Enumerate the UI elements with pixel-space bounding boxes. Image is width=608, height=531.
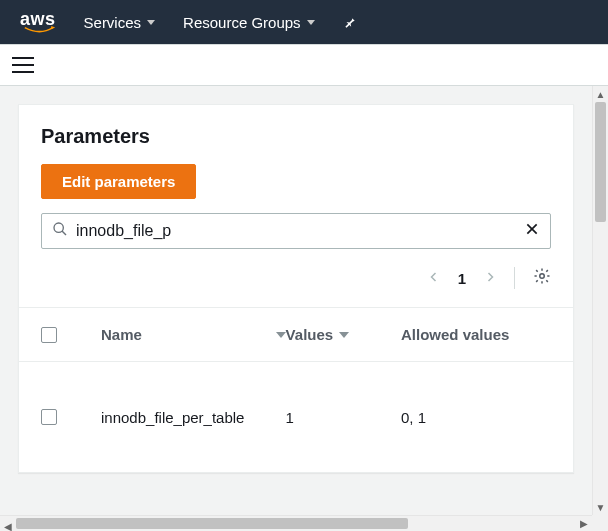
select-all-checkbox[interactable]	[41, 327, 57, 343]
aws-smile-icon	[22, 26, 58, 34]
edit-parameters-button[interactable]: Edit parameters	[41, 164, 196, 199]
settings-gear-icon[interactable]	[533, 267, 551, 289]
resource-groups-menu[interactable]: Resource Groups	[183, 14, 315, 31]
sort-caret-icon	[339, 332, 349, 338]
scroll-down-arrow-icon[interactable]: ▼	[593, 499, 608, 515]
scroll-right-arrow-icon[interactable]: ▶	[576, 516, 592, 531]
svg-line-1	[62, 231, 66, 235]
horizontal-scrollbar[interactable]: ◀ ▶	[0, 515, 592, 531]
main-content: Parameters Edit parameters 1	[0, 86, 592, 515]
horizontal-scroll-thumb[interactable]	[16, 518, 408, 529]
top-nav: aws Services Resource Groups	[0, 0, 608, 44]
secondary-bar	[0, 44, 608, 86]
clear-search-icon[interactable]	[524, 221, 540, 242]
cell-name: innodb_file_per_table	[101, 409, 286, 426]
panel-title: Parameters	[41, 125, 551, 148]
vertical-scroll-thumb[interactable]	[595, 102, 606, 222]
column-header-values-label: Values	[286, 326, 334, 343]
column-header-name[interactable]: Name	[101, 326, 286, 343]
parameters-table: Name Values Allowed values innodb_file_p…	[19, 307, 573, 472]
table-header-row: Name Values Allowed values	[19, 308, 573, 362]
table-row: innodb_file_per_table 1 0, 1	[19, 362, 573, 472]
vertical-scrollbar[interactable]: ▲ ▼	[592, 86, 608, 515]
scrollbar-corner	[592, 515, 608, 531]
sort-caret-icon	[276, 332, 286, 338]
parameters-panel: Parameters Edit parameters 1	[18, 104, 574, 473]
aws-logo[interactable]: aws	[20, 9, 56, 36]
pagination: 1	[41, 267, 551, 289]
cell-allowed: 0, 1	[401, 409, 551, 426]
next-page-button[interactable]	[484, 268, 496, 289]
column-header-values[interactable]: Values	[286, 326, 401, 343]
column-header-name-label: Name	[101, 326, 142, 343]
search-input[interactable]	[76, 222, 524, 240]
services-menu[interactable]: Services	[84, 14, 156, 31]
search-icon	[52, 221, 68, 241]
page-number: 1	[458, 270, 466, 287]
hamburger-menu-icon[interactable]	[12, 57, 34, 73]
column-header-allowed[interactable]: Allowed values	[401, 326, 551, 343]
prev-page-button[interactable]	[428, 268, 440, 289]
scroll-left-arrow-icon[interactable]: ◀	[0, 519, 16, 531]
services-label: Services	[84, 14, 142, 31]
scroll-up-arrow-icon[interactable]: ▲	[593, 86, 608, 102]
svg-point-0	[54, 223, 63, 232]
svg-point-4	[540, 274, 545, 279]
row-checkbox[interactable]	[41, 409, 57, 425]
cell-value: 1	[286, 409, 401, 426]
resource-groups-label: Resource Groups	[183, 14, 301, 31]
search-field-wrap	[41, 213, 551, 249]
caret-down-icon	[147, 20, 155, 25]
pagination-divider	[514, 267, 515, 289]
column-header-allowed-label: Allowed values	[401, 326, 509, 343]
pin-icon[interactable]	[343, 15, 357, 29]
caret-down-icon	[307, 20, 315, 25]
